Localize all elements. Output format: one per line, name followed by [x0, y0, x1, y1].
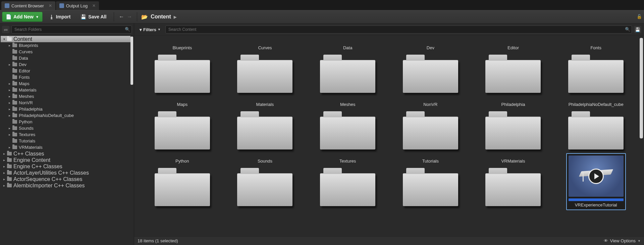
tree-item-maps[interactable]: ▸ Maps	[1, 80, 130, 87]
tile-label: Textures	[339, 153, 356, 164]
tree-item-actorlayerutilities-c-classes[interactable]: ▸ ActorLayerUtilities C++ Classes	[1, 170, 130, 176]
tree-item-tutorials[interactable]: Tutorials	[1, 138, 130, 144]
tab-content-browser[interactable]: Content Browser ✕	[1, 1, 55, 10]
asset-tile-vrexperiencetutorial[interactable]: VRExperienceTutorial	[554, 151, 637, 211]
folder-tile-editor[interactable]: Editor	[472, 38, 555, 95]
tree-item-python[interactable]: Python	[1, 119, 130, 125]
folder-tile-tutorials[interactable]: Tutorials	[389, 151, 472, 211]
folder-icon	[485, 60, 541, 93]
folder-icon	[320, 173, 375, 206]
save-all-button[interactable]: 💾 Save All	[77, 12, 110, 22]
filters-button[interactable]: ▾ Filters ▼	[137, 26, 163, 33]
chevron-right-icon[interactable]: ▸	[7, 145, 11, 149]
tree-item-label: Philadelphia	[19, 107, 43, 112]
chevron-right-icon[interactable]: ▸	[2, 184, 6, 187]
tree-item-fonts[interactable]: Fonts	[1, 74, 130, 80]
folder-icon	[12, 120, 17, 124]
tree-item-nonvr[interactable]: ▸ NonVR	[1, 100, 130, 106]
chevron-right-icon[interactable]: ▸	[7, 101, 11, 105]
tile-label: VRExperienceTutorial	[567, 201, 625, 209]
folder-tile-curves[interactable]: Curves	[224, 38, 307, 95]
chevron-right-icon[interactable]: ▸	[7, 107, 11, 111]
folder-tile-meshes[interactable]: Meshes	[306, 95, 389, 151]
folder-tile-textures[interactable]: Textures	[306, 151, 389, 211]
folder-icon	[155, 173, 210, 206]
chevron-right-icon[interactable]: ▸	[7, 88, 11, 92]
close-icon[interactable]: ✕	[49, 3, 52, 8]
chevron-down-icon[interactable]: ▾	[2, 37, 6, 41]
folder-tile-philadelphia[interactable]: Philadelphia	[472, 95, 555, 151]
tree-item-engine-c-classes[interactable]: ▸ Engine C++ Classes	[1, 163, 130, 170]
tile-label: Curves	[258, 40, 272, 51]
tree-item-blueprints[interactable]: ▸ Blueprints	[1, 42, 130, 49]
folder-tile-blueprints[interactable]: Blueprints	[141, 38, 224, 95]
chevron-right-icon[interactable]: ▸	[2, 158, 6, 162]
tree-item-materials[interactable]: ▸ Materials	[1, 87, 130, 93]
lock-icon[interactable]: 🔓	[637, 14, 642, 19]
tree-item-editor[interactable]: Editor	[1, 68, 130, 74]
chevron-right-icon[interactable]: ▸	[7, 126, 11, 130]
chevron-right-icon[interactable]: ▸	[2, 177, 6, 181]
chevron-right-icon[interactable]: ▸	[174, 14, 176, 20]
chevron-right-icon[interactable]: ▸	[7, 114, 11, 117]
search-folders-input[interactable]	[11, 25, 132, 34]
chevron-right-icon[interactable]: ▸	[7, 82, 11, 85]
add-new-button[interactable]: 📄 Add New ▼	[2, 12, 43, 22]
history-back-button[interactable]: ←	[118, 13, 125, 20]
close-icon[interactable]: ✕	[92, 3, 96, 8]
tree-item-dev[interactable]: ▸ Dev	[1, 61, 130, 68]
folder-icon	[12, 50, 17, 54]
tree-item-data[interactable]: Data	[1, 55, 130, 61]
tree-item-label: Editor	[19, 68, 30, 73]
tree-item-alembicimporter-c-classes[interactable]: ▸ AlembicImporter C++ Classes	[1, 182, 130, 189]
tree-item-meshes[interactable]: ▸ Meshes	[1, 93, 130, 100]
sources-toggle-button[interactable]: ≔	[2, 26, 9, 33]
tree-item-philadelphianodefault-cube[interactable]: ▸ PhiladelphiaNoDefault_cube	[1, 112, 130, 119]
chevron-right-icon[interactable]: ▸	[7, 63, 11, 66]
tree-item-textures[interactable]: ▸ Textures	[1, 131, 130, 138]
tree-item-c-classes[interactable]: ▸ C++ Classes	[1, 150, 130, 157]
panel-icon	[59, 3, 64, 8]
tile-label: Dev	[427, 40, 434, 51]
tree-item-actorsequence-c-classes[interactable]: ▸ ActorSequence C++ Classes	[1, 176, 130, 182]
tree-item-label: Tutorials	[19, 138, 35, 143]
tab-output-log[interactable]: Output Log ✕	[56, 1, 99, 10]
history-forward-button[interactable]: →	[126, 13, 133, 20]
folder-tile-nonvr[interactable]: NonVR	[389, 95, 472, 151]
tree-item-engine-content[interactable]: ▸ Engine Content	[1, 157, 130, 163]
tree-item-curves[interactable]: Curves	[1, 49, 130, 55]
scrollbar-thumb[interactable]	[130, 37, 133, 85]
save-search-button[interactable]: 💾	[634, 26, 641, 33]
folder-icon	[155, 117, 210, 149]
folder-icon	[12, 75, 17, 79]
folder-icon	[12, 114, 17, 117]
chevron-right-icon[interactable]: ▸	[7, 44, 11, 47]
asset-type-strip	[569, 198, 624, 201]
folder-tile-dev[interactable]: Dev	[389, 38, 472, 95]
folder-tile-materials[interactable]: Materials	[224, 95, 307, 151]
tree-item-sounds[interactable]: ▸ Sounds	[1, 125, 130, 131]
tree-item-content[interactable]: ▾ Content	[1, 36, 130, 42]
folder-tile-sounds[interactable]: Sounds	[224, 151, 307, 211]
chevron-right-icon[interactable]: ▸	[7, 133, 11, 136]
folder-tile-data[interactable]: Data	[306, 38, 389, 95]
folder-tile-vrmaterials[interactable]: VRMaterials	[472, 151, 555, 211]
import-button[interactable]: ⭳ Import	[46, 12, 74, 22]
view-options-button[interactable]: 👁 View Options ▼	[604, 238, 641, 243]
folder-tile-python[interactable]: Python	[141, 151, 224, 211]
chevron-right-icon[interactable]: ▸	[2, 152, 6, 156]
tile-label: Materials	[256, 97, 274, 107]
tree-item-philadelphia[interactable]: ▸ Philadelphia	[1, 106, 130, 112]
chevron-right-icon[interactable]: ▸	[2, 171, 6, 175]
chevron-right-icon[interactable]: ▸	[2, 165, 6, 168]
scrollbar-thumb[interactable]	[640, 38, 643, 138]
tree-item-label: AlembicImporter C++ Classes	[13, 183, 85, 189]
tile-label: NonVR	[423, 97, 437, 107]
tree-item-vrmaterials[interactable]: ▸ VRMaterials	[1, 144, 130, 150]
folder-tile-fonts[interactable]: Fonts	[554, 38, 637, 95]
breadcrumb-root[interactable]: Content	[151, 14, 171, 20]
search-content-input[interactable]	[165, 25, 632, 34]
chevron-right-icon[interactable]: ▸	[7, 95, 11, 98]
folder-tile-philadelphianodefault-cube[interactable]: PhiladelphiaNoDefault_cube	[554, 95, 637, 151]
folder-tile-maps[interactable]: Maps	[141, 95, 224, 151]
